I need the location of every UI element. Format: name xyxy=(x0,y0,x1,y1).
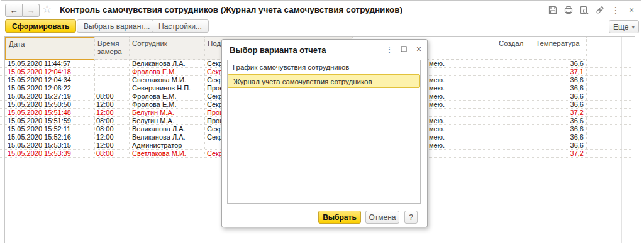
cell-wellbeing-fragment[interactable]: мею. xyxy=(429,125,494,133)
cell-date[interactable]: 15.05.2020 12:04:18 xyxy=(8,68,93,75)
cell-temperature[interactable]: 36,6 xyxy=(533,133,584,141)
cell-date[interactable]: 15.05.2020 15:51:48 xyxy=(8,109,93,116)
more-button[interactable]: Еще▾ xyxy=(609,20,639,33)
cell-temperature[interactable]: 37,2 xyxy=(533,150,584,157)
cell-wellbeing-fragment[interactable]: мею. xyxy=(429,141,494,149)
generate-button[interactable]: Сформировать xyxy=(5,19,76,33)
cell-date[interactable]: 15.05.2020 15:50:50 xyxy=(8,101,93,108)
cell-employee[interactable]: Светлакова М.И. xyxy=(132,76,203,84)
cell-employee[interactable]: Белугин М.А. xyxy=(132,109,203,116)
cell-date[interactable]: 15.05.2020 15:53:39 xyxy=(8,150,93,157)
variant-item-chart[interactable]: График самочувствия сотрудников xyxy=(228,60,420,74)
forward-arrow-icon: → xyxy=(27,6,35,14)
cell-date[interactable]: 15.05.2020 11:44:57 xyxy=(8,60,93,67)
cell-time[interactable]: 08:00 xyxy=(96,117,128,124)
column-header-time[interactable]: Время замера xyxy=(94,37,129,60)
print-icon[interactable] xyxy=(564,5,574,15)
cell-temperature[interactable]: 36,6 xyxy=(533,117,584,124)
dialog-maximize-icon[interactable] xyxy=(399,44,409,54)
back-arrow-icon: ← xyxy=(10,6,18,14)
cell-employee[interactable]: Фролова Е.М. xyxy=(132,101,203,108)
titlebar-icons: ⋮ × xyxy=(548,5,636,15)
preview-icon[interactable] xyxy=(579,5,589,15)
favorite-star-icon[interactable]: ☆ xyxy=(42,3,52,16)
cell-wellbeing-fragment[interactable]: мею. xyxy=(429,60,494,67)
cell-temperature[interactable]: 36,6 xyxy=(533,84,584,92)
close-icon[interactable]: × xyxy=(626,5,636,15)
column-header-created[interactable]: Создал xyxy=(496,37,533,60)
cell-wellbeing-fragment[interactable]: мею. xyxy=(429,117,494,124)
cell-wellbeing-fragment[interactable]: мею. xyxy=(429,76,494,84)
back-button[interactable]: ← xyxy=(5,4,23,17)
cell-temperature[interactable]: 36,6 xyxy=(533,141,584,149)
cell-temperature[interactable]: 36,6 xyxy=(533,125,584,133)
cell-temperature[interactable]: 36,6 xyxy=(533,60,584,67)
cell-time[interactable]: 08:00 xyxy=(96,125,128,133)
more-menu-icon[interactable]: ⋮ xyxy=(611,5,621,15)
cell-employee[interactable]: Северянинов Н.П. xyxy=(132,84,203,92)
nav-buttons: ← → xyxy=(5,4,40,17)
cell-temperature[interactable]: 36,6 xyxy=(533,92,584,100)
cell-employee[interactable]: Белугин М.А. xyxy=(132,117,203,124)
cell-temperature[interactable]: 37,1 xyxy=(533,68,584,75)
chevron-down-icon: ▾ xyxy=(631,24,635,30)
cell-date[interactable]: 15.05.2020 15:52:16 xyxy=(8,133,93,141)
cell-employee[interactable]: Фролова Е.М. xyxy=(132,92,203,100)
cell-time[interactable]: 12:00 xyxy=(96,141,128,149)
cell-date[interactable]: 15.05.2020 12:06:22 xyxy=(8,84,93,92)
cell-time[interactable]: 12:00 xyxy=(96,109,128,116)
cell-employee[interactable]: Великанова Л.А. xyxy=(132,133,203,141)
cell-wellbeing-fragment[interactable]: мею. xyxy=(429,101,494,108)
dialog-title: Выбор варианта отчета xyxy=(230,45,326,55)
forward-button[interactable]: → xyxy=(23,4,40,17)
save-icon[interactable] xyxy=(548,5,558,15)
cell-time[interactable]: 12:00 xyxy=(96,101,128,108)
help-button[interactable]: ? xyxy=(404,211,418,224)
cell-employee[interactable]: Великанова Л.А. xyxy=(132,125,203,133)
column-header-temperature[interactable]: Температура xyxy=(533,37,586,60)
page-title: Контроль самочувствия сотрудников (Журна… xyxy=(60,5,402,14)
cell-employee[interactable]: Администратор xyxy=(132,141,203,149)
cell-time[interactable]: 08:00 xyxy=(96,92,128,100)
settings-button[interactable]: Настройки... xyxy=(152,19,209,33)
cell-employee[interactable]: Светлакова М.И. xyxy=(132,150,203,157)
cell-date[interactable]: 15.05.2020 12:04:34 xyxy=(8,76,93,84)
cell-wellbeing-fragment[interactable]: мею. xyxy=(429,92,494,100)
dialog-more-menu-icon[interactable]: ⋮ xyxy=(384,44,394,54)
variant-list: График самочувствия сотрудников Журнал у… xyxy=(227,60,421,204)
column-header-employee[interactable]: Сотрудник xyxy=(129,37,204,60)
variant-item-journal[interactable]: Журнал учета самочувствия сотрудников xyxy=(228,74,420,88)
select-variant-button[interactable]: Выбрать вариант... xyxy=(77,19,157,33)
cell-date[interactable]: 15.05.2020 15:27:19 xyxy=(8,92,93,100)
column-header-date[interactable]: Дата xyxy=(5,37,94,60)
cell-temperature[interactable]: 37,2 xyxy=(533,109,584,116)
more-button-label: Еще xyxy=(613,23,628,31)
cell-time[interactable]: 08:00 xyxy=(96,150,128,157)
cancel-button[interactable]: Отмена xyxy=(365,211,399,224)
link-icon[interactable] xyxy=(595,5,605,15)
select-button[interactable]: Выбрать xyxy=(318,211,361,224)
cell-temperature[interactable]: 36,6 xyxy=(533,101,584,108)
dialog-close-icon[interactable]: × xyxy=(414,44,424,54)
cell-temperature[interactable]: 36,6 xyxy=(533,76,584,84)
app-window: ← → ☆ Контроль самочувствия сотрудников … xyxy=(0,0,644,252)
cell-date[interactable]: 15.05.2020 15:53:15 xyxy=(8,141,93,149)
cell-employee[interactable]: Фролова Е.М. xyxy=(132,68,203,75)
cell-wellbeing-fragment[interactable]: мею. xyxy=(429,84,494,92)
cell-date[interactable]: 15.05.2020 15:52:11 xyxy=(8,125,93,133)
cell-employee[interactable]: Великанова Л.А. xyxy=(132,60,203,67)
cell-date[interactable]: 15.05.2020 15:51:59 xyxy=(8,117,93,124)
cell-wellbeing-fragment[interactable]: мею. xyxy=(429,133,494,141)
report-variant-dialog: Выбор варианта отчета ⋮ × График самочув… xyxy=(221,39,428,227)
cell-time[interactable]: 12:00 xyxy=(96,133,128,141)
